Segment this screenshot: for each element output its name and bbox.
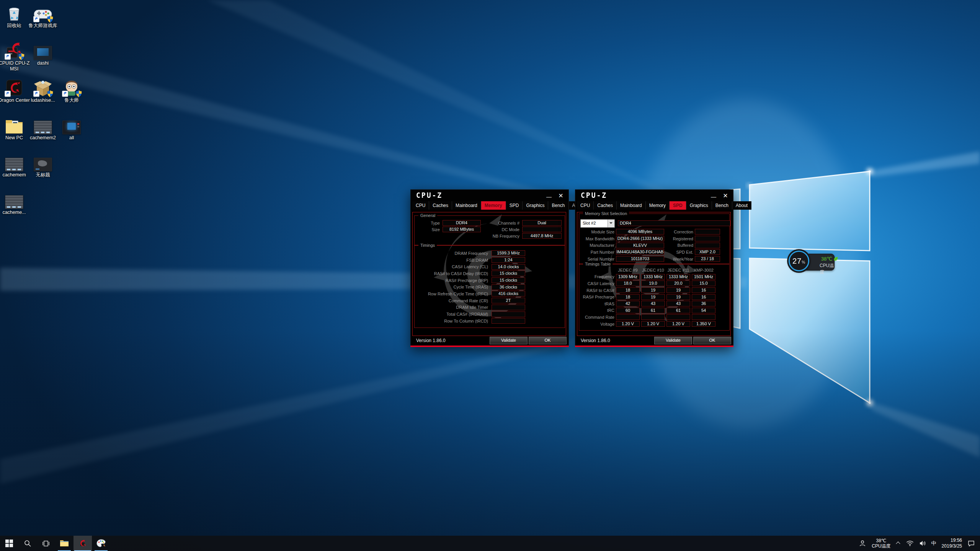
close-button[interactable]: ✕ (557, 191, 565, 201)
volume-tray-button[interactable] (916, 536, 929, 551)
cell: 1501 MHz (692, 274, 715, 280)
tray-time: 19:56 (951, 538, 962, 543)
tab-caches[interactable]: Caches (429, 201, 452, 210)
cell: 43 (641, 301, 665, 306)
uac-shield-overlay (18, 53, 24, 60)
module-label: Registered (666, 236, 693, 241)
ime-indicator[interactable]: 中 (929, 536, 939, 551)
cpu-load-value: 27 (792, 257, 802, 265)
cell: 1333 MHz (666, 274, 690, 280)
screenshot-thumbnail-icon (34, 121, 52, 134)
tray-temp-label: CPU温度 (872, 543, 890, 549)
tab-bench[interactable]: Bench (548, 201, 568, 210)
icon-label: cacheme... (0, 210, 33, 215)
cpuz-dragon-icon (78, 538, 88, 548)
minimize-button[interactable]: — (546, 190, 552, 200)
channels-label: Channels # (483, 221, 519, 225)
type-label: Type (418, 221, 440, 225)
memory-tab-panel: General Type DDR4 Channels # Dual Size 8… (412, 212, 566, 336)
timing-value (492, 305, 525, 310)
desktop-icon-cachemem3[interactable]: cacheme... (0, 190, 33, 215)
windows-logo-icon (5, 540, 13, 547)
title-bar[interactable]: CPU-Z — ✕ (575, 190, 733, 201)
tab-cpu[interactable]: CPU (577, 201, 594, 210)
timing-value (492, 318, 525, 324)
action-center-button[interactable] (965, 536, 978, 551)
dropdown-arrow-icon[interactable] (608, 220, 614, 227)
people-tray-button[interactable] (856, 536, 869, 551)
desktop-icon-ludashi-game-library[interactable]: 鲁大师游戏库 (24, 3, 61, 29)
slot-select-dropdown[interactable]: Slot #2 (580, 219, 615, 228)
general-group: General Type DDR4 Channels # Dual Size 8… (414, 215, 565, 245)
desktop-screen: 回收站 鲁大师游戏库 CPUID CPU-Z MSI (0, 0, 980, 551)
tab-spd[interactable]: SPD (506, 201, 523, 210)
start-button[interactable] (0, 536, 18, 551)
tab-memory[interactable]: Memory (481, 201, 506, 210)
timing-value: 1:24 (492, 257, 525, 263)
module-label: Max Bandwidth (581, 236, 614, 241)
cpuz-taskbar-button[interactable] (74, 536, 92, 551)
timing-value: 2T (492, 298, 525, 303)
tab-graphics[interactable]: Graphics (523, 201, 548, 210)
timing-value (492, 311, 525, 317)
cell: 19 (666, 294, 690, 300)
minimize-button[interactable]: — (710, 190, 717, 200)
close-button[interactable]: ✕ (722, 191, 729, 201)
tab-memory[interactable]: Memory (646, 201, 670, 210)
validate-button[interactable]: Validate (654, 337, 692, 344)
column-header: XMP-3002 (692, 268, 715, 272)
timing-label: RAS# to CAS# Delay (tRCD) (417, 271, 488, 276)
clock-tray-button[interactable]: 19:56 2019/3/25 (939, 536, 965, 551)
timing-label: Cycle Time (tRAS) (417, 285, 488, 289)
table-row: RAS# Precharge18191916 (579, 293, 729, 300)
screenshot-thumbnail-icon (5, 158, 23, 171)
network-tray-button[interactable] (903, 536, 916, 551)
cell: 20.0 (666, 280, 690, 286)
icon-label: 无标题 (24, 172, 61, 178)
file-explorer-button[interactable] (55, 536, 74, 551)
type-value: DDR4 (443, 220, 481, 226)
paint-taskbar-button[interactable] (92, 536, 110, 551)
tab-about[interactable]: About (732, 201, 751, 210)
cpu-load-unit: % (802, 260, 805, 264)
tab-bench[interactable]: Bench (712, 201, 732, 210)
module-value: 23 / 18 (695, 256, 720, 262)
tray-cpu-temp[interactable]: 38℃ CPU温度 (869, 536, 893, 551)
tab-caches[interactable]: Caches (594, 201, 617, 210)
validate-button[interactable]: Validate (490, 337, 528, 344)
icon-label: dashi (24, 60, 61, 66)
desktop-icon-dashi[interactable]: dashi (24, 41, 61, 66)
timings-table-group: Timings Table JEDEC #9 JEDEC #10 JEDEC #… (579, 264, 730, 331)
title-bar[interactable]: CPU-Z — ✕ (411, 190, 568, 201)
cpu-load-gauge: 27% (789, 251, 809, 271)
memory-slot-selection-group: Memory Slot Selection Slot #2 DDR4 Modul… (579, 214, 730, 264)
module-value: 10118703 (616, 256, 664, 262)
cell: 18.0 (616, 280, 640, 286)
cell: 61 (641, 308, 665, 313)
desktop-icon-ludashi[interactable]: 鲁大师 (53, 78, 90, 103)
desktop-icon-untitled[interactable]: 无标题 (24, 152, 61, 178)
tab-mainboard[interactable]: Mainboard (452, 201, 481, 210)
cpuz-window-memory: CPU-Z — ✕ CPU Caches Mainboard Memory SP… (410, 189, 569, 347)
desktop-icon-all[interactable]: all (53, 115, 90, 141)
cpu-monitor-widget[interactable]: 38℃ CPU温度 27% (789, 251, 835, 273)
ok-button[interactable]: OK (693, 337, 731, 344)
group-legend: Memory Slot Selection (583, 211, 629, 216)
tab-mainboard[interactable]: Mainboard (617, 201, 646, 210)
timing-value: 14.0 clocks (492, 264, 525, 270)
ok-button[interactable]: OK (529, 337, 567, 344)
shortcut-arrow-overlay (33, 91, 39, 97)
tab-graphics[interactable]: Graphics (686, 201, 712, 210)
timing-label: RAS# Precharge (tRP) (417, 278, 488, 283)
cell (641, 314, 665, 320)
dc-mode-label: DC Mode (483, 227, 519, 232)
tab-cpu[interactable]: CPU (412, 201, 429, 210)
tray-overflow-button[interactable] (893, 536, 903, 551)
search-button[interactable] (18, 536, 37, 551)
tab-spd[interactable]: SPD (670, 201, 686, 210)
timing-value: 15 clocks (492, 277, 525, 283)
folder-icon (5, 118, 24, 134)
row-label: tRC (581, 308, 614, 313)
module-label: Buffered (666, 243, 693, 248)
task-view-button[interactable] (37, 536, 55, 551)
